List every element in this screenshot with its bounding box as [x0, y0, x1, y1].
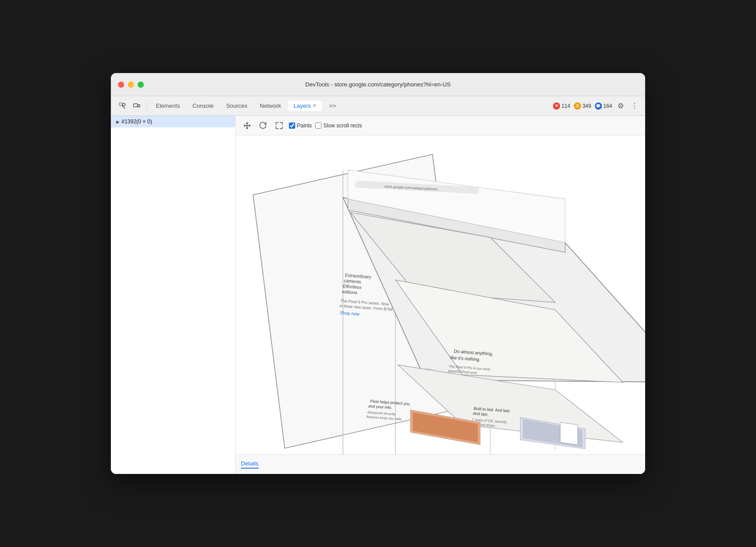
- tab-layers-close[interactable]: ✕: [313, 103, 317, 109]
- details-tab[interactable]: Details: [241, 460, 259, 469]
- close-button[interactable]: [118, 82, 124, 88]
- warning-badge[interactable]: ⚠ 349: [574, 102, 591, 110]
- more-options-icon[interactable]: ⋮: [629, 100, 640, 112]
- sidebar-item-layer[interactable]: ▶ #1392(0 × 0): [111, 116, 235, 127]
- info-badge[interactable]: 💬 164: [595, 102, 612, 110]
- slow-scroll-rects-checkbox[interactable]: [315, 122, 321, 129]
- svg-rect-2: [134, 104, 138, 107]
- layers-panel: Paints Slow scroll rects: [236, 116, 645, 474]
- tab-network[interactable]: Network: [255, 101, 287, 111]
- toolbar-separator: [146, 102, 147, 110]
- devtools-toolbar: Elements Console Sources Network Layers …: [111, 96, 645, 116]
- svg-rect-0: [119, 103, 122, 106]
- slow-scroll-rects-checkbox-label[interactable]: Slow scroll rects: [315, 122, 362, 129]
- paints-checkbox[interactable]: [289, 122, 295, 129]
- window-controls: [118, 82, 144, 88]
- info-icon: 💬: [595, 102, 602, 110]
- tab-more[interactable]: >>: [324, 101, 341, 111]
- move-tool-icon[interactable]: [241, 119, 253, 132]
- main-content: ▶ #1392(0 × 0): [111, 116, 645, 474]
- inspector-icon[interactable]: [116, 100, 129, 112]
- layers-sidebar: ▶ #1392(0 × 0): [111, 116, 236, 474]
- rotate-tool-icon[interactable]: [257, 119, 269, 132]
- layers-3d-view[interactable]: Extraordinary cameras. Effortless editio…: [236, 135, 645, 454]
- svg-point-1: [122, 103, 125, 106]
- minimize-button[interactable]: [128, 82, 134, 88]
- svg-rect-3: [138, 105, 140, 107]
- toolbar-badges: ✕ 114 ⚠ 349 💬 164 ⚙ ⋮: [553, 100, 640, 112]
- title-bar: DevTools - store.google.com/category/pho…: [111, 73, 645, 96]
- layers-viewport[interactable]: Extraordinary cameras. Effortless editio…: [236, 135, 645, 454]
- details-bar: Details: [236, 454, 645, 474]
- settings-icon[interactable]: ⚙: [616, 100, 626, 112]
- tab-sources[interactable]: Sources: [221, 101, 253, 111]
- tab-console[interactable]: Console: [187, 101, 219, 111]
- error-icon: ✕: [553, 102, 560, 110]
- fit-tool-icon[interactable]: [273, 119, 285, 132]
- device-toggle-icon[interactable]: [130, 100, 143, 112]
- devtools-window: DevTools - store.google.com/category/pho…: [111, 73, 645, 474]
- layers-panel-toolbar: Paints Slow scroll rects: [236, 116, 645, 135]
- tab-elements[interactable]: Elements: [150, 101, 185, 111]
- warning-icon: ⚠: [574, 102, 581, 110]
- svg-marker-38: [560, 422, 577, 445]
- paints-checkbox-label[interactable]: Paints: [289, 122, 312, 129]
- arrow-icon: ▶: [116, 119, 120, 124]
- maximize-button[interactable]: [138, 82, 144, 88]
- window-title: DevTools - store.google.com/category/pho…: [305, 81, 451, 88]
- error-badge[interactable]: ✕ 114: [553, 102, 570, 110]
- tab-layers[interactable]: Layers ✕: [288, 101, 322, 111]
